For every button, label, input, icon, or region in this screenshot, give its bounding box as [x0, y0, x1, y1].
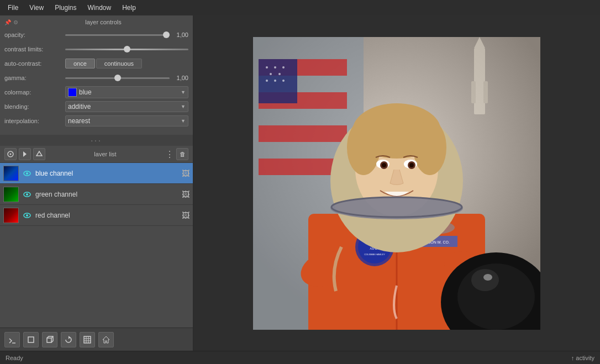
select-tool-button[interactable]	[4, 148, 17, 160]
colormap-label: colormap:	[4, 89, 65, 96]
svg-point-32	[270, 73, 272, 75]
menu-file[interactable]: File	[2, 2, 24, 14]
layer-options-icon[interactable]: ⋮	[165, 149, 174, 160]
svg-rect-28	[259, 59, 297, 103]
interpolation-row: interpolation: nearest ▼	[4, 115, 188, 127]
layer-row-blue[interactable]: blue channel 🖼	[0, 163, 193, 184]
svg-point-31	[282, 66, 285, 68]
svg-marker-14	[69, 336, 70, 339]
colormap-row: colormap: blue ▼	[4, 86, 188, 98]
visibility-icon-red[interactable]	[22, 210, 32, 220]
svg-point-59	[413, 120, 446, 175]
contrast-limits-label: contrast limits:	[4, 46, 65, 52]
colormap-swatch	[68, 88, 77, 97]
roll-button[interactable]	[61, 332, 76, 347]
settings-icon[interactable]: ⚙	[13, 19, 18, 25]
layer-name-red: red channel	[35, 212, 182, 219]
layer-name-green: green channel	[35, 191, 182, 198]
svg-rect-39	[471, 81, 476, 103]
svg-point-29	[266, 66, 268, 68]
layer-list-section: laver list ⋮ 🗑 blue channel 🖼	[0, 146, 193, 328]
gamma-value: 1,00	[172, 75, 188, 81]
layer-thumbnail-blue	[3, 166, 19, 181]
svg-point-70	[471, 269, 499, 291]
blending-label: blending:	[4, 103, 65, 110]
auto-contrast-once-button[interactable]: once	[65, 59, 95, 68]
shape-tool-button[interactable]	[33, 148, 45, 160]
svg-rect-12	[47, 338, 51, 342]
blending-dropdown[interactable]: additive ▼	[65, 101, 188, 112]
svg-marker-3	[36, 151, 42, 156]
main-image: COLLINS ASHBY COLEMAN HAWLEY WILSON M. C…	[253, 37, 540, 330]
auto-contrast-continuous-button[interactable]: continuous	[96, 59, 142, 68]
menu-plugins[interactable]: Plugins	[49, 2, 82, 14]
layer-thumbnail-green	[3, 187, 19, 202]
colormap-arrow-icon: ▼	[181, 89, 186, 95]
menu-view[interactable]: View	[24, 2, 49, 14]
svg-point-34	[266, 80, 268, 82]
opacity-slider[interactable]	[65, 34, 170, 36]
menu-window[interactable]: Window	[82, 2, 117, 14]
svg-rect-11	[28, 337, 34, 342]
layer-controls-title: layer controls	[18, 19, 188, 25]
svg-text:COLEMAN HAWLEY: COLEMAN HAWLEY	[364, 253, 385, 256]
layer-list-header: laver list ⋮ 🗑	[0, 146, 193, 163]
interpolation-value: nearest	[68, 117, 90, 125]
move-tool-button[interactable]	[19, 148, 31, 160]
delete-layer-button[interactable]: 🗑	[176, 148, 188, 160]
svg-point-33	[278, 73, 281, 75]
svg-point-64	[382, 163, 386, 167]
layer-row-red[interactable]: red channel 🖼	[0, 205, 193, 226]
svg-point-58	[347, 120, 380, 175]
visibility-icon-blue[interactable]	[22, 168, 32, 178]
svg-point-1	[10, 154, 12, 155]
layer-name-blue: blue channel	[35, 170, 182, 177]
menu-help[interactable]: Help	[117, 2, 141, 14]
gamma-label: gamma:	[4, 75, 65, 81]
gamma-row: gamma: 1,00	[4, 72, 188, 84]
divider-dots: ···	[91, 136, 102, 145]
interpolation-dropdown[interactable]: nearest ▼	[65, 115, 188, 126]
auto-contrast-label: auto-contrast:	[4, 60, 65, 67]
3d-button[interactable]	[42, 332, 57, 347]
visibility-icon-green[interactable]	[22, 189, 32, 199]
layer-controls-section: 📌 ⚙ layer controls opacity: 1,00 contras…	[0, 15, 193, 135]
canvas-area[interactable]: COLLINS ASHBY COLEMAN HAWLEY WILSON M. C…	[193, 15, 600, 351]
opacity-row: opacity: 1,00	[4, 29, 188, 41]
svg-marker-2	[23, 151, 27, 157]
2d-button[interactable]	[23, 332, 39, 347]
panel-divider: ···	[0, 135, 193, 146]
blending-value: additive	[68, 103, 91, 110]
console-button[interactable]	[4, 332, 20, 347]
activity-button[interactable]: ↑ activity	[571, 355, 594, 361]
interpolation-arrow-icon: ▼	[181, 118, 186, 124]
layer-image-icon-red: 🖼	[182, 211, 190, 220]
svg-point-36	[282, 80, 285, 82]
left-panel: 📌 ⚙ layer controls opacity: 1,00 contras…	[0, 15, 193, 351]
svg-point-7	[26, 193, 28, 196]
grid-button[interactable]	[80, 332, 95, 347]
home-button[interactable]	[98, 332, 114, 347]
svg-point-30	[274, 66, 276, 68]
interpolation-label: interpolation:	[4, 118, 65, 124]
gamma-slider[interactable]	[65, 77, 170, 79]
pin-icon[interactable]: 📌	[4, 19, 11, 25]
auto-contrast-row: auto-contrast: once continuous	[4, 57, 188, 70]
layer-row-green[interactable]: green channel 🖼	[0, 184, 193, 205]
opacity-label: opacity:	[4, 31, 65, 38]
status-ready: Ready	[6, 355, 23, 361]
layer-image-icon-green: 🖼	[182, 190, 190, 199]
svg-point-5	[26, 172, 28, 175]
opacity-value: 1,00	[172, 31, 188, 38]
svg-rect-40	[483, 81, 488, 103]
svg-rect-19	[84, 336, 91, 343]
colormap-dropdown[interactable]: blue ▼	[65, 86, 188, 98]
svg-point-9	[26, 214, 28, 217]
svg-point-71	[483, 274, 492, 281]
colormap-value: blue	[79, 88, 92, 96]
contrast-slider[interactable]	[65, 49, 188, 50]
contrast-limits-row: contrast limits:	[4, 43, 188, 55]
status-bar: Ready ↑ activity	[0, 351, 600, 364]
layer-thumbnail-red	[3, 208, 19, 223]
svg-point-65	[409, 163, 414, 167]
